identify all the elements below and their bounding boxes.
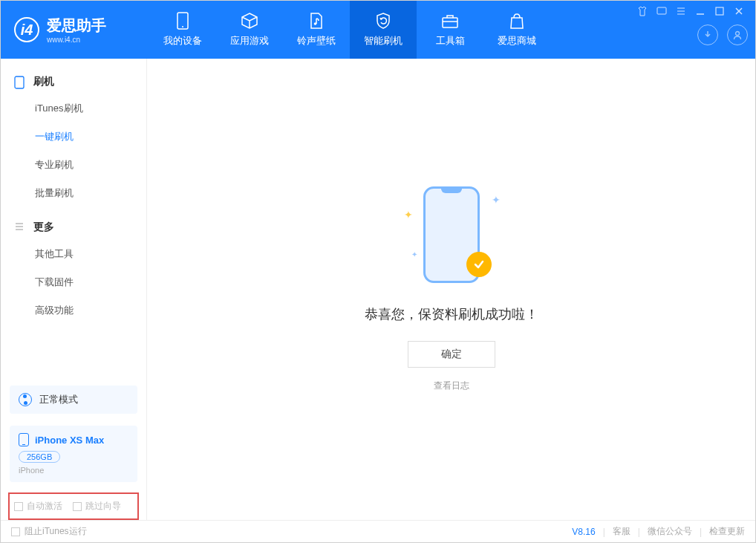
tab-smart-flash[interactable]: 智能刷机 (350, 1, 417, 59)
minimize-button[interactable] (694, 5, 706, 17)
footer-link-wechat[interactable]: 微信公众号 (648, 525, 692, 538)
success-message: 恭喜您，保资料刷机成功啦！ (365, 305, 538, 323)
sidebar-item-batch-flash[interactable]: 批量刷机 (1, 179, 146, 207)
version-label: V8.16 (572, 527, 595, 537)
tab-label: 工具箱 (436, 34, 465, 48)
menu-icon[interactable] (675, 5, 687, 17)
success-illustration: ✦ ✦ ✦ (407, 186, 496, 290)
app-title: 爱思助手 (47, 16, 106, 36)
footer-label: 阻止iTunes运行 (25, 525, 87, 538)
svg-rect-5 (716, 7, 723, 15)
app-subtitle: www.i4.cn (47, 36, 106, 44)
opt-label: 跳过向导 (85, 500, 121, 513)
svg-point-2 (314, 22, 317, 25)
device-name: iPhone XS Max (35, 435, 104, 446)
tab-apps-games[interactable]: 应用游戏 (216, 1, 283, 59)
mode-label: 正常模式 (39, 393, 78, 406)
file-music-icon (306, 12, 327, 30)
tab-ringtone-wallpaper[interactable]: 铃声壁纸 (283, 1, 350, 59)
svg-point-1 (182, 26, 183, 27)
sidebar-section-more[interactable]: 更多 (1, 215, 146, 240)
title-bar: i4 爱思助手 www.i4.cn 我的设备 应用游戏 铃声壁纸 智能刷机 工具… (1, 1, 755, 59)
device-type: iPhone (19, 466, 128, 475)
sidebar: 刷机 iTunes刷机 一键刷机 专业刷机 批量刷机 更多 其他工具 下载固件 … (1, 59, 147, 520)
device-storage: 256GB (19, 451, 60, 463)
footer-link-update[interactable]: 检查更新 (709, 525, 745, 538)
mode-icon (19, 393, 32, 406)
options-highlighted: 自动激活 跳过向导 (8, 492, 139, 520)
checkbox-icon (73, 502, 82, 511)
mode-card[interactable]: 正常模式 (10, 386, 137, 414)
sidebar-item-other-tools[interactable]: 其他工具 (1, 240, 146, 268)
sidebar-item-download-firmware[interactable]: 下载固件 (1, 268, 146, 296)
bag-icon (506, 12, 527, 30)
sidebar-item-itunes-flash[interactable]: iTunes刷机 (1, 94, 146, 123)
tshirt-icon[interactable] (636, 5, 648, 17)
phone-icon (172, 12, 193, 30)
svg-rect-7 (15, 77, 24, 88)
divider: | (700, 527, 702, 537)
checkbox-stop-itunes[interactable]: 阻止iTunes运行 (11, 525, 87, 538)
sidebar-section-flash[interactable]: 刷机 (1, 69, 146, 94)
tab-label: 我的设备 (163, 34, 202, 48)
device-card[interactable]: iPhone XS Max 256GB iPhone (10, 426, 137, 482)
download-button[interactable] (697, 25, 718, 45)
cube-icon (239, 12, 260, 30)
app-logo: i4 爱思助手 www.i4.cn (1, 16, 149, 44)
divider: | (638, 527, 640, 537)
ok-button[interactable]: 确定 (408, 341, 495, 368)
tab-label: 应用游戏 (230, 34, 269, 48)
tab-store[interactable]: 爱思商城 (483, 1, 550, 59)
tab-label: 爱思商城 (498, 34, 536, 48)
svg-rect-3 (443, 18, 457, 27)
sidebar-item-pro-flash[interactable]: 专业刷机 (1, 151, 146, 179)
checkbox-skip-guide[interactable]: 跳过向导 (73, 500, 121, 513)
main-content: ✦ ✦ ✦ 恭喜您，保资料刷机成功啦！ 确定 查看日志 (147, 59, 755, 520)
divider: | (603, 527, 605, 537)
checkbox-icon (11, 527, 20, 536)
device-phone-icon (19, 433, 29, 446)
user-button[interactable] (727, 25, 748, 45)
feedback-icon[interactable] (656, 5, 668, 17)
maximize-button[interactable] (714, 5, 726, 17)
section-title: 刷机 (33, 75, 54, 88)
main-tabs: 我的设备 应用游戏 铃声壁纸 智能刷机 工具箱 爱思商城 (149, 1, 550, 59)
toolbox-icon (440, 12, 460, 30)
list-icon (14, 221, 26, 233)
view-log-link[interactable]: 查看日志 (434, 380, 469, 392)
sidebar-item-advanced[interactable]: 高级功能 (1, 296, 146, 325)
check-badge-icon (466, 252, 492, 277)
opt-label: 自动激活 (27, 500, 62, 513)
logo-icon: i4 (14, 17, 39, 42)
checkbox-auto-activate[interactable]: 自动激活 (14, 500, 62, 513)
window-controls (633, 1, 748, 22)
sidebar-item-oneclick-flash[interactable]: 一键刷机 (1, 123, 146, 151)
section-title: 更多 (33, 221, 54, 234)
tab-label: 智能刷机 (364, 34, 403, 48)
tab-label: 铃声壁纸 (297, 34, 336, 48)
footer-link-support[interactable]: 客服 (613, 525, 630, 538)
svg-point-6 (736, 32, 740, 36)
status-bar: 阻止iTunes运行 V8.16 | 客服 | 微信公众号 | 检查更新 (1, 520, 755, 542)
tab-toolbox[interactable]: 工具箱 (417, 1, 483, 59)
phone-outline-icon (14, 76, 26, 88)
close-button[interactable] (733, 5, 745, 17)
svg-rect-4 (657, 7, 666, 14)
shield-refresh-icon (373, 12, 394, 30)
tab-my-device[interactable]: 我的设备 (149, 1, 216, 59)
checkbox-icon (14, 502, 23, 511)
